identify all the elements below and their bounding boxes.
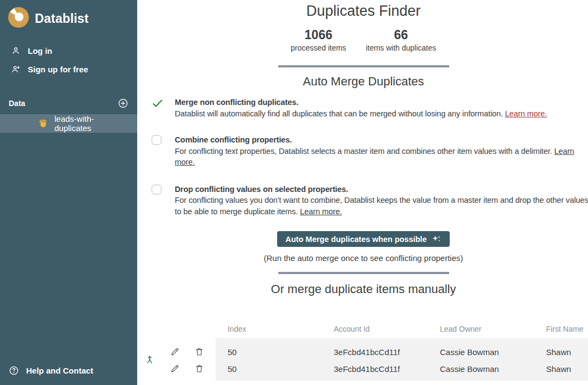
help-label: Help and Contact bbox=[26, 366, 93, 375]
learn-more-link[interactable]: Learn more. bbox=[505, 109, 547, 118]
sidebar-nav: Log in Sign up for free bbox=[0, 41, 137, 78]
option-title: Merge non conflicting duplicates. bbox=[175, 97, 588, 108]
sidebar-item-label: Log in bbox=[28, 46, 52, 55]
sidebar-item-help[interactable]: Help and Contact bbox=[0, 360, 137, 385]
table-cell-index: 50 bbox=[228, 364, 237, 374]
sidebar-item-label: Sign up for free bbox=[28, 65, 88, 74]
table-cell-lead-owner: Cassie Bowman bbox=[440, 347, 499, 357]
data-section-header: Data bbox=[0, 92, 137, 114]
stat-items-with-duplicates: 66 items with duplicates bbox=[366, 28, 436, 52]
option-title: Drop conflicting values on selected prop… bbox=[175, 184, 588, 195]
table-cell-lead-owner: Cassie Bowman bbox=[440, 364, 499, 374]
waving-hand-icon bbox=[38, 119, 48, 128]
edit-row-button[interactable] bbox=[170, 347, 180, 357]
checkbox-unchecked[interactable] bbox=[151, 184, 162, 195]
column-header-first-name: First Name bbox=[546, 325, 583, 333]
merge-icon[interactable] bbox=[144, 355, 155, 365]
learn-more-link[interactable]: Learn more. bbox=[300, 207, 342, 216]
sidebar-item-login[interactable]: Log in bbox=[0, 41, 137, 60]
main-content: Duplicates Finder 1066 processed items 6… bbox=[137, 0, 588, 385]
manual-merge-heading: Or merge duplicate items manually bbox=[137, 282, 588, 296]
option-combine-conflicting: Combine conflicting properties. For conf… bbox=[151, 134, 588, 168]
stats-row: 1066 processed items 66 items with dupli… bbox=[137, 28, 588, 52]
auto-merge-button-label: Auto Merge duplicates when possible bbox=[285, 235, 426, 244]
option-drop-conflicting: Drop conflicting values on selected prop… bbox=[151, 184, 588, 218]
table-cell-account-id: 3eFcbd41bcCd11f bbox=[334, 364, 400, 374]
table-cell-index: 50 bbox=[228, 347, 237, 357]
sparkles-icon bbox=[431, 234, 442, 244]
add-collection-button[interactable] bbox=[118, 98, 128, 109]
auto-merge-heading: Auto Merge Duplicates bbox=[137, 74, 588, 89]
option-description-text: For conflicting text properties, Databli… bbox=[175, 147, 554, 156]
auto-merge-button[interactable]: Auto Merge duplicates when possible bbox=[277, 231, 449, 247]
option-description: For conflicting values you don't want to… bbox=[175, 195, 588, 217]
duplicate-group-rows bbox=[216, 338, 588, 381]
column-header-account-id: Account Id bbox=[334, 325, 370, 333]
data-section-label: Data bbox=[9, 99, 25, 108]
brand-name: Datablist bbox=[35, 11, 89, 26]
option-description: Datablist will automatically find all du… bbox=[175, 108, 588, 120]
person-icon bbox=[11, 46, 21, 55]
checkbox-combine bbox=[151, 134, 162, 168]
delete-row-button[interactable] bbox=[194, 364, 204, 374]
stat-value: 66 bbox=[366, 28, 436, 42]
page-title: Duplicates Finder bbox=[137, 3, 588, 20]
check-icon bbox=[151, 97, 162, 119]
collection-label: leads-with-duplicates bbox=[54, 114, 128, 133]
sidebar-spacer bbox=[0, 133, 137, 360]
option-description-text: For conflicting values you don't want to… bbox=[175, 196, 588, 216]
edit-row-button[interactable] bbox=[170, 364, 180, 374]
sidebar-item-signup[interactable]: Sign up for free bbox=[0, 60, 137, 78]
column-header-index: Index bbox=[228, 325, 246, 333]
stat-label: processed items bbox=[291, 44, 346, 52]
checkbox-unchecked[interactable] bbox=[151, 135, 162, 145]
checkbox-drop bbox=[151, 184, 162, 218]
option-title: Combine conflicting properties. bbox=[175, 134, 588, 146]
person-add-icon bbox=[11, 64, 21, 74]
brand[interactable]: Datablist bbox=[0, 0, 137, 35]
stat-processed-items: 1066 processed items bbox=[291, 28, 346, 52]
datablist-logo-icon bbox=[8, 7, 29, 30]
delete-row-button[interactable] bbox=[194, 347, 204, 357]
table-cell-first-name: Shawn bbox=[546, 364, 571, 374]
auto-merge-note: (Run the auto merge once to see conflict… bbox=[137, 253, 588, 263]
help-icon bbox=[9, 365, 19, 376]
sidebar: Datablist Log in bbox=[0, 0, 137, 385]
option-merge-non-conflicting: Merge non conflicting duplicates. Databl… bbox=[151, 97, 588, 119]
app-window: Datablist Log in bbox=[0, 0, 588, 385]
sidebar-item-collection-leads-with-duplicates[interactable]: leads-with-duplicates bbox=[0, 114, 137, 133]
table-cell-first-name: Shawn bbox=[546, 347, 571, 357]
option-text: Merge non conflicting duplicates. Databl… bbox=[175, 97, 588, 119]
stat-value: 1066 bbox=[291, 28, 346, 42]
stat-label: items with duplicates bbox=[366, 44, 436, 52]
option-text: Combine conflicting properties. For conf… bbox=[175, 134, 588, 168]
option-text: Drop conflicting values on selected prop… bbox=[175, 184, 588, 218]
column-header-lead-owner: Lead Owner bbox=[440, 325, 481, 333]
option-description: For conflicting text properties, Databli… bbox=[175, 146, 588, 168]
table-cell-account-id: 3eFcbd41bcCd11f bbox=[334, 347, 400, 357]
auto-merge-options: Merge non conflicting duplicates. Databl… bbox=[151, 97, 588, 217]
section-divider bbox=[278, 65, 449, 67]
section-divider bbox=[278, 272, 449, 274]
option-description-text: Datablist will automatically find all du… bbox=[175, 109, 505, 118]
